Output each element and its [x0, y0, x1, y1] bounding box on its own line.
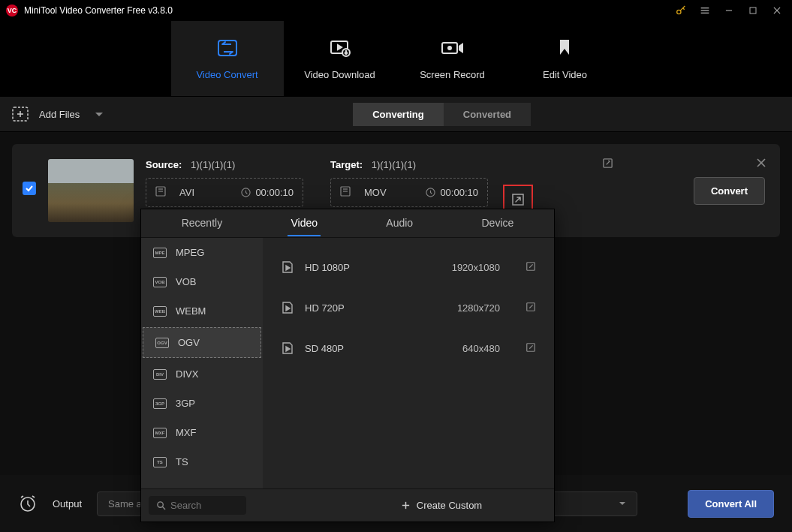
file-type-icon: VOB [153, 277, 167, 287]
remove-file-icon[interactable] [756, 158, 766, 170]
format-item-ogv[interactable]: OGVOGV [143, 327, 261, 358]
preset-edit-icon[interactable] [525, 261, 536, 274]
format-item-mpeg[interactable]: MPEMPEG [141, 238, 263, 267]
record-icon [441, 38, 465, 59]
target-info-box: MOV 00:00:10 [330, 178, 488, 207]
format-item-vob[interactable]: VOBVOB [141, 267, 263, 296]
target-duration: 00:00:10 [440, 187, 478, 198]
tab-converted[interactable]: Converted [444, 103, 531, 126]
add-files-button[interactable]: Add Files [12, 107, 104, 122]
popup-tab-recently[interactable]: Recently [179, 211, 225, 236]
popup-tab-device[interactable]: Device [478, 211, 516, 236]
format-label: MPEG [176, 247, 204, 258]
license-key-icon[interactable] [672, 2, 690, 20]
file-type-icon: 3GP [153, 398, 167, 409]
chevron-down-icon[interactable] [95, 109, 104, 120]
plus-icon [401, 500, 411, 510]
format-icon [155, 186, 166, 199]
svg-marker-33 [286, 347, 290, 351]
format-popup: Recently Video Audio Device MPEMPEGVOBVO… [140, 209, 555, 522]
format-label: VOB [176, 276, 196, 287]
target-filename: 1)(1)(1)(1) [372, 159, 416, 170]
file-type-icon: MPE [153, 248, 167, 258]
format-icon [340, 186, 351, 199]
format-item-divx[interactable]: DIVDIVX [141, 359, 263, 389]
preset-name: HD 720P [305, 302, 345, 314]
add-files-label: Add Files [39, 109, 80, 120]
edit-icon [556, 38, 574, 59]
search-icon [156, 500, 166, 510]
format-label: OGV [178, 337, 200, 348]
svg-marker-10 [338, 45, 342, 50]
format-search[interactable] [149, 496, 246, 515]
preset-edit-icon[interactable] [525, 342, 536, 355]
tab-label: Video Convert [196, 69, 257, 80]
file-type-icon: WEB [153, 306, 167, 317]
source-info-box: AVI 00:00:10 [146, 178, 303, 207]
svg-point-13 [448, 47, 451, 50]
target-label: Target: [330, 159, 363, 170]
preset-list: HD 1080P1920x1080HD 720P1280x720SD 480P6… [263, 238, 554, 488]
clock-icon [426, 188, 435, 197]
close-button[interactable] [768, 2, 786, 20]
toolbar: Add Files Converting Converted [0, 96, 792, 132]
source-duration: 00:00:10 [255, 187, 294, 198]
format-list[interactable]: MPEMPEGVOBVOBWEBWEBMOGVOGVDIVDIVX3GP3GPM… [141, 238, 263, 488]
format-item-3gp[interactable]: 3GP3GP [141, 389, 263, 418]
video-file-icon [281, 341, 294, 355]
popup-tab-video[interactable]: Video [288, 211, 321, 236]
source-filename: 1)(1)(1)(1) [191, 159, 235, 170]
edit-target-icon[interactable] [602, 158, 613, 171]
tab-edit-video[interactable]: Edit Video [509, 21, 622, 96]
file-type-icon: MXF [153, 428, 167, 438]
create-custom-button[interactable]: Create Custom [401, 500, 482, 511]
chevron-down-icon [619, 501, 626, 506]
popup-tabs: Recently Video Audio Device [141, 209, 554, 238]
tab-label: Screen Record [420, 69, 485, 80]
app-title: MiniTool Video Converter Free v3.8.0 [24, 5, 173, 16]
tab-label: Video Download [304, 69, 375, 80]
format-label: MXF [176, 427, 196, 438]
format-item-mxf[interactable]: MXFMXF [141, 418, 263, 447]
popup-tab-audio[interactable]: Audio [383, 211, 416, 236]
format-item-webm[interactable]: WEBWEBM [141, 296, 263, 326]
convert-button[interactable]: Convert [694, 177, 765, 205]
target-format: MOV [364, 187, 387, 198]
file-checkbox[interactable] [23, 182, 36, 195]
file-type-icon: TS [153, 457, 167, 467]
source-col: Source: 1)(1)(1)(1) AVI 00:00:10 [146, 159, 303, 207]
preset-row[interactable]: SD 480P640x480 [269, 328, 548, 368]
preset-edit-icon[interactable] [525, 302, 536, 314]
search-input[interactable] [170, 500, 230, 511]
clock-output-icon[interactable] [18, 493, 38, 515]
preset-row[interactable]: HD 720P1280x720 [269, 287, 548, 328]
tab-converting[interactable]: Converting [353, 103, 444, 126]
file-thumbnail[interactable] [48, 159, 134, 222]
preset-name: HD 1080P [305, 262, 350, 273]
main-nav-tabs: Video Convert Video Download Screen Reco… [0, 21, 792, 96]
svg-marker-29 [286, 266, 290, 270]
source-label: Source: [146, 159, 182, 170]
preset-resolution: 1920x1080 [452, 262, 500, 273]
svg-rect-8 [218, 41, 236, 56]
menu-icon[interactable] [696, 2, 714, 20]
download-icon [329, 38, 351, 59]
maximize-button[interactable] [744, 2, 762, 20]
format-label: WEBM [176, 305, 206, 317]
preset-resolution: 1280x720 [457, 302, 500, 314]
svg-rect-5 [750, 8, 756, 14]
preset-resolution: 640x480 [462, 343, 500, 354]
format-item-ts[interactable]: TSTS [141, 447, 263, 476]
video-file-icon [281, 260, 294, 274]
convert-all-button[interactable]: Convert All [688, 490, 774, 518]
tab-screen-record[interactable]: Screen Record [396, 21, 509, 96]
create-custom-label: Create Custom [417, 500, 482, 511]
video-file-icon [281, 301, 294, 314]
minimize-button[interactable] [720, 2, 738, 20]
preset-row[interactable]: HD 1080P1920x1080 [269, 247, 548, 287]
file-type-icon: DIV [153, 369, 167, 380]
svg-line-36 [162, 506, 165, 509]
file-type-icon: OGV [155, 338, 169, 348]
tab-video-download[interactable]: Video Download [284, 21, 396, 96]
tab-video-convert[interactable]: Video Convert [171, 21, 284, 96]
